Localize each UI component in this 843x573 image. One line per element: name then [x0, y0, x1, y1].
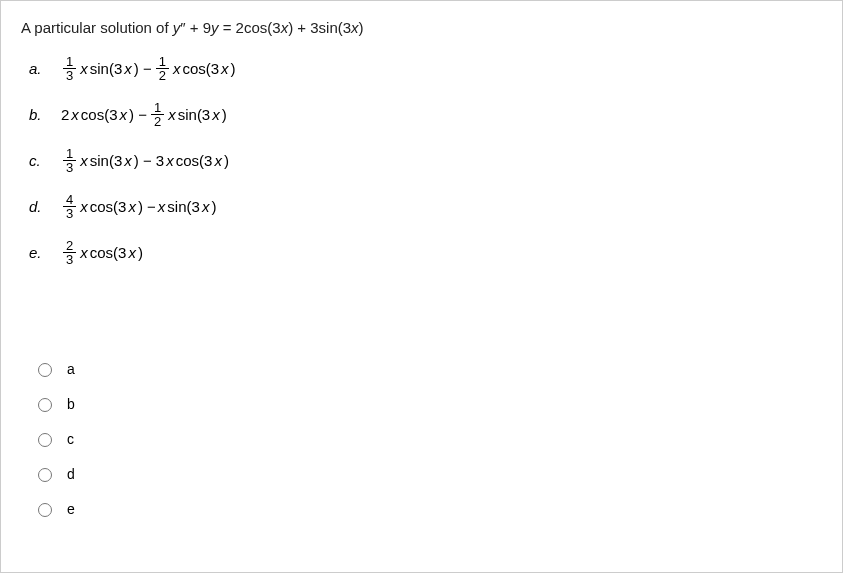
- coef-text: 2: [61, 106, 69, 123]
- var-x: x: [80, 198, 88, 215]
- var-x: x: [71, 106, 79, 123]
- option-formula: 1 3 xsin(3x) − 3xcos(3x): [61, 147, 229, 174]
- radio-label-e[interactable]: e: [67, 501, 75, 517]
- frac-den: 3: [63, 253, 76, 266]
- radio-label-a[interactable]: a: [67, 361, 75, 377]
- frac-den: 3: [63, 207, 76, 220]
- close-text: ) −: [129, 106, 147, 123]
- radio-row[interactable]: e: [33, 500, 822, 517]
- radio-row[interactable]: a: [33, 360, 822, 377]
- option-row: d. 4 3 xcos(3x) − xsin(3x): [29, 188, 822, 224]
- frac-num: 2: [63, 239, 76, 253]
- radio-answer-section: a b c d e: [33, 360, 822, 517]
- option-label: e.: [29, 244, 61, 261]
- option-formula: 4 3 xcos(3x) − xsin(3x): [61, 193, 216, 220]
- close-text: ): [211, 198, 216, 215]
- frac-den: 3: [63, 69, 76, 82]
- func-text: cos(3: [176, 152, 213, 169]
- question-text: A particular solution of y″ + 9y = 2cos(…: [21, 19, 822, 36]
- frac-den: 3: [63, 161, 76, 174]
- question-end: ): [359, 19, 364, 36]
- close-text: ): [224, 152, 229, 169]
- func-text: cos(3: [81, 106, 118, 123]
- var-x: x: [80, 244, 88, 261]
- option-label: a.: [29, 60, 61, 77]
- close-text: ) −: [134, 60, 152, 77]
- func-text: cos(3: [182, 60, 219, 77]
- radio-d[interactable]: [38, 468, 52, 482]
- var-x: x: [166, 152, 174, 169]
- radio-e[interactable]: [38, 503, 52, 517]
- option-row: c. 1 3 xsin(3x) − 3xcos(3x): [29, 142, 822, 178]
- frac-num: 1: [63, 55, 76, 69]
- question-part2: ) + 3sin(3: [288, 19, 351, 36]
- var-x: x: [80, 60, 88, 77]
- close-text: ): [222, 106, 227, 123]
- var-x: x: [120, 106, 128, 123]
- var-x: x: [158, 198, 166, 215]
- var-x: x: [124, 152, 132, 169]
- radio-row[interactable]: d: [33, 465, 822, 482]
- fraction: 2 3: [63, 239, 76, 266]
- radio-b[interactable]: [38, 398, 52, 412]
- fraction: 1 2: [151, 101, 164, 128]
- close-text: ) −: [138, 198, 156, 215]
- option-row: e. 2 3 xcos(3x): [29, 234, 822, 270]
- var-x: x: [128, 198, 136, 215]
- close-text: ): [231, 60, 236, 77]
- radio-label-c[interactable]: c: [67, 431, 74, 447]
- question-var-x2: x: [351, 19, 359, 36]
- func-text: cos(3: [90, 244, 127, 261]
- func-text: sin(3: [90, 152, 123, 169]
- radio-c[interactable]: [38, 433, 52, 447]
- var-x: x: [214, 152, 222, 169]
- fraction: 4 3: [63, 193, 76, 220]
- var-x: x: [80, 152, 88, 169]
- radio-row[interactable]: b: [33, 395, 822, 412]
- func-text: cos(3: [90, 198, 127, 215]
- frac-num: 1: [63, 147, 76, 161]
- radio-a[interactable]: [38, 363, 52, 377]
- close-text: ) − 3: [134, 152, 164, 169]
- option-row: b. 2xcos(3x) − 1 2 xsin(3x): [29, 96, 822, 132]
- question-prefix: A particular solution of: [21, 19, 173, 36]
- frac-num: 4: [63, 193, 76, 207]
- option-formula: 2 3 xcos(3x): [61, 239, 143, 266]
- fraction: 1 3: [63, 147, 76, 174]
- frac-num: 1: [156, 55, 169, 69]
- option-formula: 2xcos(3x) − 1 2 xsin(3x): [61, 101, 227, 128]
- option-label: b.: [29, 106, 61, 123]
- fraction: 1 2: [156, 55, 169, 82]
- option-label: d.: [29, 198, 61, 215]
- var-x: x: [212, 106, 220, 123]
- fraction: 1 3: [63, 55, 76, 82]
- option-label: c.: [29, 152, 61, 169]
- frac-den: 2: [156, 69, 169, 82]
- frac-num: 1: [151, 101, 164, 115]
- var-x: x: [128, 244, 136, 261]
- func-text: sin(3: [167, 198, 200, 215]
- radio-label-b[interactable]: b: [67, 396, 75, 412]
- radio-label-d[interactable]: d: [67, 466, 75, 482]
- var-x: x: [168, 106, 176, 123]
- radio-row[interactable]: c: [33, 430, 822, 447]
- question-mid: + 9: [186, 19, 211, 36]
- question-container: A particular solution of y″ + 9y = 2cos(…: [0, 0, 843, 573]
- close-text: ): [138, 244, 143, 261]
- func-text: sin(3: [90, 60, 123, 77]
- var-x: x: [202, 198, 210, 215]
- option-formula: 1 3 xsin(3x) − 1 2 xcos(3x): [61, 55, 236, 82]
- func-text: sin(3: [178, 106, 211, 123]
- frac-den: 2: [151, 115, 164, 128]
- option-row: a. 1 3 xsin(3x) − 1 2 xcos(3x): [29, 50, 822, 86]
- question-var-y2: y: [211, 19, 219, 36]
- var-x: x: [173, 60, 181, 77]
- var-x: x: [221, 60, 229, 77]
- question-eq: = 2cos(3: [219, 19, 281, 36]
- options-list: a. 1 3 xsin(3x) − 1 2 xcos(3x) b. 2xcos(…: [29, 50, 822, 270]
- var-x: x: [124, 60, 132, 77]
